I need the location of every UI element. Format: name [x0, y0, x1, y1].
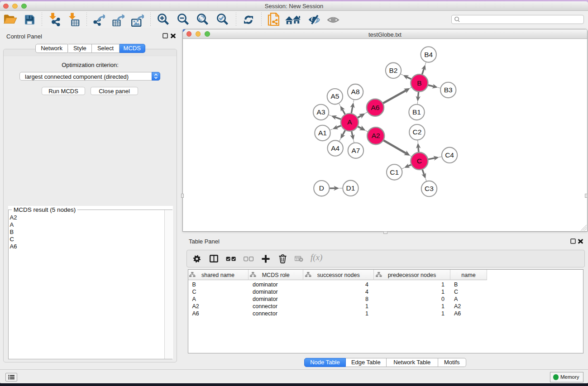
svg-text:A6: A6 [371, 104, 379, 111]
svg-text:A: A [347, 118, 352, 126]
svg-text:C1: C1 [390, 168, 399, 176]
svg-text:A5: A5 [330, 92, 339, 100]
svg-text:B: B [417, 79, 421, 87]
svg-text:A8: A8 [351, 88, 360, 95]
svg-text:C4: C4 [445, 151, 454, 159]
svg-text:B1: B1 [412, 108, 421, 116]
svg-text:A2: A2 [372, 132, 380, 139]
svg-text:C: C [417, 157, 422, 165]
svg-text:B2: B2 [389, 67, 398, 74]
svg-text:D: D [319, 184, 324, 192]
svg-text:A7: A7 [351, 147, 360, 154]
svg-text:D1: D1 [346, 184, 355, 192]
svg-text:C2: C2 [412, 128, 421, 136]
svg-text:A1: A1 [318, 129, 327, 137]
svg-text:A4: A4 [331, 144, 339, 152]
svg-text:C3: C3 [425, 185, 434, 192]
svg-text:A3: A3 [317, 108, 325, 116]
svg-text:B4: B4 [424, 51, 433, 58]
svg-text:B3: B3 [444, 86, 453, 94]
